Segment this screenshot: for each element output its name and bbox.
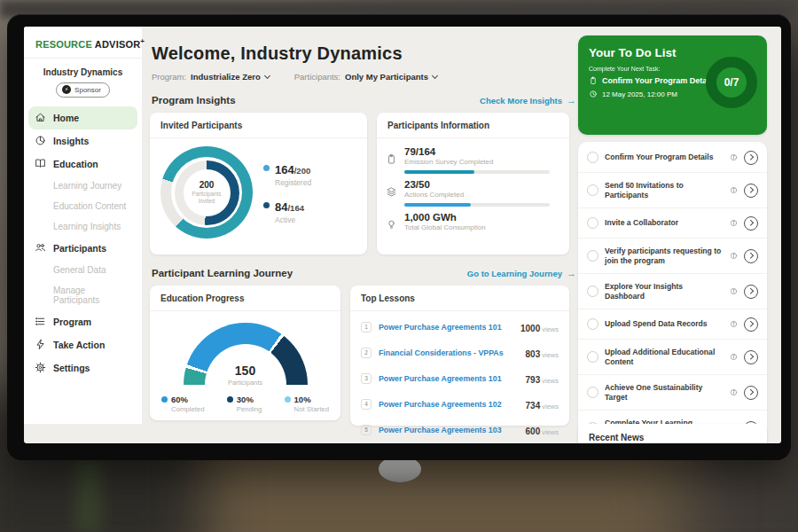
- gauge-center: 150 Participants: [184, 364, 308, 387]
- task-checkbox[interactable]: [587, 217, 598, 229]
- info-icon[interactable]: [730, 287, 738, 295]
- lesson-title-link[interactable]: Financial Considerations - VPPAs: [379, 348, 519, 357]
- task-row[interactable]: Upload Spend Data Records: [578, 309, 767, 340]
- lesson-row[interactable]: 5 Power Purchase Agreements 103 600views: [361, 417, 559, 442]
- task-checkbox[interactable]: [587, 351, 598, 363]
- donut-legend: 164/200 Registered 84/164 Active: [263, 161, 311, 224]
- sponsor-badge[interactable]: ⚡ Sponsor: [56, 82, 110, 98]
- chevron-down-icon: [264, 72, 270, 78]
- insights-cards: Invited Participants 200 Participants In…: [150, 113, 578, 254]
- task-checkbox[interactable]: [587, 318, 598, 330]
- task-label: Achieve One Sustainability Target: [605, 383, 724, 403]
- sidebar-item-learning-journey[interactable]: Learning Journey: [24, 176, 142, 196]
- learning-journey-header: Participant Learning Journey Go to Learn…: [152, 268, 576, 278]
- bulb-icon: [386, 219, 397, 231]
- task-row[interactable]: Send 50 Invitations to Participants: [578, 173, 767, 208]
- program-label: Program:: [152, 72, 186, 82]
- sidebar-item-label: Insights: [53, 136, 89, 146]
- task-label: Confirm Your Program Details: [605, 153, 724, 162]
- chevron-right-icon[interactable]: [744, 151, 758, 165]
- legend-label: Active: [275, 215, 304, 224]
- legend-value: 164: [275, 163, 294, 176]
- legend-pct: 60%: [171, 395, 188, 404]
- info-row-survey: 79/164 Emission Survey Completed: [386, 146, 559, 174]
- task-label: Invite a Collaborator: [605, 218, 724, 228]
- participants-selector[interactable]: Participants: Only My Participants: [294, 72, 437, 82]
- lesson-views-unit: views: [542, 351, 559, 359]
- legend-label: Completed: [171, 405, 205, 413]
- lesson-title-link[interactable]: Power Purchase Agreements 102: [379, 400, 519, 409]
- donut-center: 200 Participants Invited: [184, 169, 231, 216]
- task-row[interactable]: Explore Your Insights Dashboard: [578, 274, 767, 309]
- task-checkbox[interactable]: [587, 286, 598, 297]
- info-value: 1,000 GWh: [404, 212, 486, 223]
- sidebar-item-education[interactable]: Education: [24, 153, 142, 176]
- sidebar-item-manage-participants[interactable]: Manage Participants: [24, 280, 142, 310]
- sidebar-item-education-content[interactable]: Education Content: [24, 196, 142, 216]
- program-selector[interactable]: Program: Industrialize Zero: [152, 72, 270, 82]
- sidebar-item-label: Settings: [53, 363, 90, 373]
- task-checkbox[interactable]: [587, 184, 598, 196]
- task-row[interactable]: Verify participants requesting to join t…: [578, 239, 767, 274]
- task-row[interactable]: Confirm Your Program Details: [578, 143, 767, 173]
- users-icon: [35, 242, 46, 254]
- lesson-title-link[interactable]: Power Purchase Agreements 103: [379, 426, 519, 434]
- lesson-title-link[interactable]: Power Purchase Agreements 101: [379, 323, 513, 332]
- chevron-right-icon[interactable]: [744, 249, 758, 263]
- gauge-legend: 60% Completed 30% Pending 10% Not Starte…: [150, 387, 340, 413]
- bolt-icon: [35, 339, 46, 350]
- todo-counter: 0/7: [724, 76, 739, 89]
- chevron-right-icon[interactable]: [744, 216, 758, 231]
- logo-text-secondary: ADVISOR: [95, 39, 141, 50]
- sidebar-item-settings[interactable]: Settings: [24, 356, 142, 379]
- sidebar-item-participants[interactable]: Participants: [24, 237, 142, 260]
- sidebar-item-home[interactable]: Home: [28, 106, 137, 129]
- dashboard-screen: RESOURCE ADVISOR+ Industry Dynamics ⚡ Sp…: [24, 27, 781, 443]
- task-row[interactable]: Achieve One Sustainability Target: [578, 375, 767, 411]
- sidebar-item-insights[interactable]: Insights: [24, 129, 142, 153]
- legend-dot: [161, 396, 168, 403]
- program-insights-header: Program Insights Check More Insights: [152, 95, 576, 106]
- info-label: Emission Survey Completed: [404, 158, 550, 166]
- task-checkbox[interactable]: [587, 250, 598, 262]
- task-checkbox[interactable]: [587, 152, 598, 163]
- lesson-row[interactable]: 2 Financial Considerations - VPPAs 803vi…: [361, 340, 559, 365]
- info-icon[interactable]: [730, 219, 738, 227]
- card-title: Invited Participants: [150, 113, 367, 138]
- info-icon[interactable]: [730, 320, 738, 328]
- lesson-row[interactable]: 3 Power Purchase Agreements 101 793views: [361, 365, 559, 391]
- info-icon[interactable]: [730, 153, 738, 161]
- sidebar-item-learning-insights[interactable]: Learning Insights: [24, 216, 142, 237]
- info-icon[interactable]: [730, 353, 738, 361]
- chevron-right-icon[interactable]: [744, 317, 758, 332]
- sidebar-item-program[interactable]: Program: [24, 310, 142, 333]
- sidebar-item-general-data[interactable]: General Data: [24, 260, 142, 280]
- chevron-right-icon[interactable]: [744, 285, 758, 299]
- task-label: Verify participants requesting to join t…: [605, 246, 724, 266]
- lesson-row[interactable]: 1 Power Purchase Agreements 101 1000view…: [361, 314, 559, 340]
- go-to-learning-journey-link[interactable]: Go to Learning Journey: [467, 268, 576, 278]
- info-label: Total Global Consumption: [404, 223, 486, 231]
- info-icon[interactable]: [730, 186, 738, 194]
- legend-label: Pending: [237, 405, 262, 413]
- monitor-bezel: RESOURCE ADVISOR+ Industry Dynamics ⚡ Sp…: [7, 14, 791, 460]
- task-row[interactable]: Invite a Collaborator: [578, 208, 767, 239]
- sidebar-item-take-action[interactable]: Take Action: [24, 333, 142, 356]
- lesson-title-link[interactable]: Power Purchase Agreements 101: [379, 374, 519, 383]
- participants-label: Participants:: [294, 72, 340, 82]
- chevron-right-icon[interactable]: [744, 184, 758, 198]
- program-value: Industrialize Zero: [191, 72, 261, 82]
- check-more-insights-link[interactable]: Check More Insights: [480, 95, 576, 106]
- card-title: Education Progress: [150, 286, 340, 311]
- info-icon[interactable]: [730, 388, 738, 396]
- chevron-right-icon[interactable]: [744, 350, 758, 364]
- chevron-right-icon[interactable]: [744, 386, 758, 400]
- info-icon[interactable]: [730, 252, 738, 260]
- lesson-views: 1000: [520, 324, 540, 333]
- legend-dot: [263, 202, 270, 208]
- task-checkbox[interactable]: [587, 387, 598, 398]
- legend-item-not-started: 10% Not Started: [285, 395, 329, 413]
- sponsor-badge-label: Sponsor: [74, 86, 101, 94]
- lesson-row[interactable]: 4 Power Purchase Agreements 102 734views: [361, 391, 559, 417]
- task-row[interactable]: Upload Additional Educational Content: [578, 340, 767, 375]
